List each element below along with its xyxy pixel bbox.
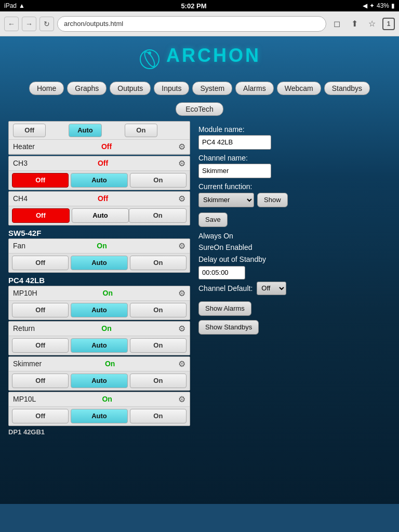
forward-button[interactable]: →	[22, 17, 36, 31]
nav-outputs[interactable]: Outputs	[110, 82, 151, 95]
save-button[interactable]: Save	[198, 212, 228, 227]
off-btn-heater-top[interactable]: Off	[13, 124, 46, 137]
off-btn-mp10l[interactable]: Off	[12, 409, 69, 423]
auto-btn-mp10h[interactable]: Auto	[71, 303, 127, 317]
channel-controls-mp10h: Off Auto On	[9, 301, 190, 320]
url-input[interactable]	[57, 16, 326, 32]
status-right: ◀ ✦ 43% ▮	[363, 2, 395, 9]
logo-text: ARCHON	[166, 45, 261, 66]
on-btn-heater-top[interactable]: On	[125, 124, 157, 137]
channel-block-mp10h: MP10H On ⚙ Off Auto On	[8, 286, 190, 320]
channel-name-ch4: CH4	[13, 194, 28, 203]
delay-time-input[interactable]	[198, 266, 245, 280]
channel-status-return: On	[101, 324, 111, 332]
gear-icon-return[interactable]: ⚙	[178, 324, 185, 334]
channel-block-ch3: CH3 Off ⚙ Off Auto On	[8, 156, 190, 190]
location-icon: ◀	[363, 2, 367, 9]
tab-count[interactable]: 1	[382, 18, 395, 30]
off-btn-mp10h[interactable]: Off	[12, 303, 69, 317]
channel-status-heater: Off	[101, 142, 112, 151]
main-layout: Off Auto On Heater Off ⚙ CH3 Off ⚙	[0, 121, 399, 437]
gear-icon-ch4[interactable]: ⚙	[178, 194, 185, 204]
group-label-pc4: PC4 42LB	[8, 274, 190, 286]
on-btn-skimmer[interactable]: On	[130, 374, 187, 388]
show-standbys-button[interactable]: Show Standbys	[198, 320, 259, 335]
channel-block-mp10l: MP10L On ⚙ Off Auto On	[8, 392, 190, 426]
on-btn-return[interactable]: On	[130, 338, 187, 353]
channel-status-mp10h: On	[103, 289, 113, 297]
channel-name-skimmer: Skimmer	[13, 360, 42, 368]
device-panel: Off Auto On Heater Off ⚙ CH3 Off ⚙	[8, 121, 190, 437]
off-btn-ch3[interactable]: Off	[12, 173, 69, 188]
channel-controls-fan: Off Auto On	[9, 254, 190, 272]
channel-default-label: Channel Default:	[198, 283, 252, 294]
on-btn-fan[interactable]: On	[130, 256, 187, 270]
form-section: Module name: Channel name: Current funct…	[198, 125, 391, 335]
off-btn-return[interactable]: Off	[12, 338, 69, 353]
channel-name-heater: Heater	[13, 142, 35, 151]
off-btn-skimmer[interactable]: Off	[12, 374, 69, 388]
gear-icon-mp10l[interactable]: ⚙	[178, 394, 185, 404]
nav-ecotech[interactable]: EcoTech	[176, 102, 223, 116]
browser-bar: ← → ↻ ◻ ⬆ ☆ 1	[0, 11, 399, 36]
share-button[interactable]: ◻	[329, 17, 344, 31]
on-btn-ch4[interactable]: On	[129, 208, 187, 223]
nav-inputs[interactable]: Inputs	[154, 82, 189, 95]
gear-icon-mp10h[interactable]: ⚙	[178, 288, 185, 298]
auto-btn-ch3[interactable]: Auto	[71, 173, 127, 188]
channel-name-fan: Fan	[13, 242, 25, 250]
auto-btn-mp10l[interactable]: Auto	[71, 409, 127, 423]
gear-icon-fan[interactable]: ⚙	[178, 241, 185, 251]
status-bar: iPad ▲ 5:02 PM ◀ ✦ 43% ▮	[0, 0, 399, 11]
channel-details-mp10l: MP10L On ⚙	[9, 392, 190, 407]
off-btn-fan[interactable]: Off	[12, 256, 69, 270]
bookmark-button[interactable]: ☆	[365, 17, 379, 31]
gear-icon-ch3[interactable]: ⚙	[178, 158, 185, 168]
always-on-text: Always On	[198, 230, 391, 242]
channel-block-heater: Off Auto On Heater Off ⚙	[8, 121, 190, 155]
reload-button[interactable]: ↻	[39, 17, 54, 31]
time-label: 5:02 PM	[181, 2, 206, 10]
page-content: ARCHON Home Graphs Outputs Inputs System…	[0, 36, 399, 504]
upload-button[interactable]: ⬆	[347, 17, 362, 31]
nav-system[interactable]: System	[192, 82, 232, 95]
module-name-label: Module name:	[198, 125, 391, 134]
battery-icon: ▮	[391, 2, 395, 9]
nav-standbys[interactable]: Standbys	[324, 82, 370, 95]
channel-details-heater: Heater Off ⚙	[9, 140, 190, 154]
back-button[interactable]: ←	[4, 17, 19, 31]
auto-btn-ch4[interactable]: Auto	[72, 208, 129, 223]
show-alarms-button[interactable]: Show Alarms	[198, 301, 251, 316]
nav-bar: Home Graphs Outputs Inputs System Alarms…	[0, 77, 399, 99]
channel-controls-return: Off Auto On	[9, 336, 190, 355]
on-btn-mp10l[interactable]: On	[130, 409, 187, 423]
show-function-button[interactable]: Show	[257, 193, 288, 207]
channel-details-mp10h: MP10H On ⚙	[9, 286, 190, 301]
channel-name-input[interactable]	[198, 164, 271, 178]
on-btn-mp10h[interactable]: On	[130, 303, 187, 317]
auto-btn-return[interactable]: Auto	[71, 338, 127, 353]
off-btn-ch4[interactable]: Off	[12, 208, 70, 223]
on-btn-ch3[interactable]: On	[130, 173, 187, 188]
module-name-input[interactable]	[198, 135, 271, 150]
channel-block-fan: Fan On ⚙ Off Auto On	[8, 238, 190, 273]
svg-point-2	[148, 51, 151, 55]
channel-controls-skimmer: Off Auto On	[9, 371, 190, 390]
nav-graphs[interactable]: Graphs	[67, 82, 107, 95]
auto-btn-skimmer[interactable]: Auto	[71, 374, 127, 388]
auto-btn-heater-top[interactable]: Auto	[69, 124, 101, 137]
nav-webcam[interactable]: Webcam	[277, 82, 321, 95]
logo-area: ARCHON	[0, 36, 399, 77]
bluetooth-icon: ✦	[369, 2, 375, 9]
partial-group-label: DP1 42GB1	[8, 427, 190, 437]
function-select[interactable]: Skimmer Always On Return Pump Light Fan …	[198, 193, 254, 207]
right-panel: Module name: Channel name: Current funct…	[198, 121, 391, 437]
gear-icon-skimmer[interactable]: ⚙	[178, 359, 185, 369]
nav-home[interactable]: Home	[29, 82, 64, 95]
gear-icon-heater[interactable]: ⚙	[178, 142, 185, 152]
nav-alarms[interactable]: Alarms	[235, 82, 274, 95]
channel-block-skimmer: Skimmer On ⚙ Off Auto On	[8, 356, 190, 391]
auto-btn-fan[interactable]: Auto	[71, 256, 127, 270]
default-select[interactable]: Off On Auto	[257, 282, 286, 295]
channel-name-mp10l: MP10L	[13, 395, 36, 403]
